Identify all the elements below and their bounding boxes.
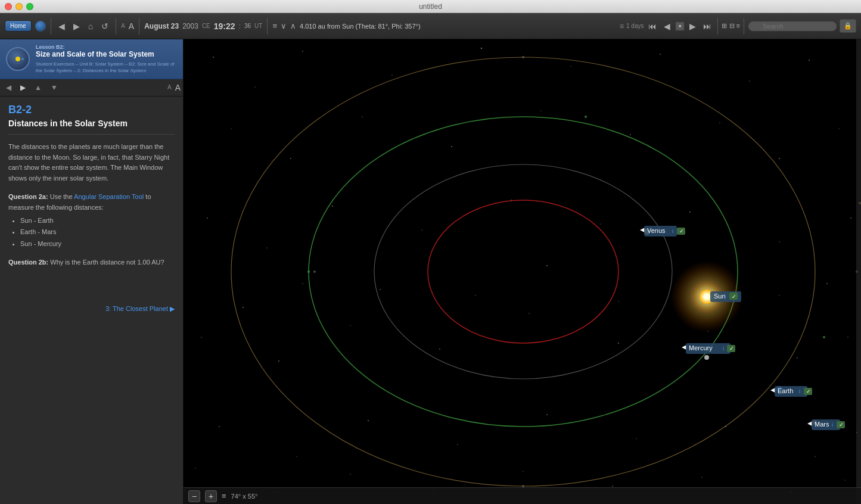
fov-display: 74° x 55° (231, 493, 258, 500)
svg-point-66 (826, 283, 827, 284)
separator-4 (267, 18, 268, 35)
svg-point-14 (231, 129, 232, 129)
home-button[interactable]: Home (5, 20, 32, 32)
play-forward-button[interactable]: ▶ (687, 20, 698, 32)
separator-6 (744, 18, 744, 35)
search-input[interactable] (748, 21, 837, 32)
svg-point-112 (585, 116, 587, 118)
svg-point-48 (815, 456, 815, 456)
svg-point-19 (630, 134, 630, 135)
bullet-sun-earth: Sun - Earth (20, 216, 175, 226)
play-stop-button[interactable]: ■ (675, 21, 685, 31)
year-display: 2003 (182, 22, 198, 30)
interval-label: 1 days (626, 23, 644, 29)
svg-point-63 (302, 283, 303, 284)
right-scrollbar[interactable] (856, 39, 861, 504)
solar-system-mini-icon (9, 50, 27, 68)
svg-text:✓: ✓ (806, 388, 811, 394)
font-size-large: A (129, 21, 134, 31)
svg-text:Mercury: Mercury (689, 344, 713, 351)
svg-text:i: i (723, 346, 724, 351)
minimize-button[interactable] (15, 3, 23, 10)
svg-text:Sun: Sun (714, 293, 726, 300)
svg-point-109 (313, 270, 316, 273)
svg-point-55 (612, 486, 613, 486)
svg-point-46 (636, 438, 637, 439)
svg-point-16 (362, 116, 362, 117)
lesson-subtitle: Lesson B2: (36, 44, 177, 50)
play-back-button[interactable]: ◀ (661, 20, 673, 32)
nav-down-btn[interactable]: ▼ (47, 82, 61, 94)
lesson-content[interactable]: B2-2 Distances in the Solar System The d… (0, 97, 183, 504)
angular-separation-link[interactable]: Angular Separation Tool (74, 193, 144, 200)
font-controls: A A (167, 82, 181, 94)
maximize-button[interactable] (26, 3, 33, 10)
svg-point-64 (243, 307, 244, 308)
nav-forward-button[interactable]: ▶ (71, 20, 82, 32)
question-2a-block: Question 2a: Use the Angular Separation … (8, 192, 175, 249)
svg-text:✓: ✓ (729, 346, 734, 351)
svg-point-18 (541, 111, 542, 111)
lesson-icon (6, 47, 30, 71)
space-view[interactable]: Sun i ✓ ◀ Mercury i ✓ ◀ Venus i ✓ (184, 39, 861, 504)
svg-point-40 (847, 337, 848, 337)
svg-point-7 (302, 51, 303, 51)
nav-prev-btn[interactable]: ◀ (2, 82, 15, 94)
solar-system-display: Sun i ✓ ◀ Mercury i ✓ ◀ Venus i ✓ (184, 39, 861, 504)
svg-text:Mars: Mars (815, 421, 829, 428)
zoom-in-button[interactable]: + (205, 490, 217, 502)
seconds-display: 36 (244, 23, 251, 29)
toolbar: Home ◀ ▶ ⌂ ↺ A A August 23 2003 CE 19:22… (0, 13, 861, 39)
lesson-breadcrumb: Student Exercises – Unit B: Solar System… (36, 61, 177, 74)
question-2b-text: Why is the Earth distance not 1.00 AU? (50, 259, 164, 266)
svg-point-17 (451, 146, 452, 147)
svg-point-30 (779, 241, 779, 242)
next-lesson-link[interactable]: 3: The Closest Planet ▶ (8, 300, 175, 318)
svg-point-61 (618, 301, 619, 302)
svg-text:i: i (725, 294, 726, 300)
nav-back-button[interactable]: ◀ (56, 20, 67, 32)
svg-point-60 (546, 265, 548, 266)
lesson-divider (8, 134, 175, 135)
panel-nav: ◀ ▶ ▲ ▼ A A (0, 79, 183, 97)
svg-point-24 (267, 248, 268, 248)
svg-point-5 (213, 57, 214, 58)
svg-point-22 (839, 129, 840, 129)
svg-rect-4 (184, 39, 861, 504)
position-display: 4.010 au from Sun (Theta: 81°, Phi: 357°… (300, 23, 421, 30)
svg-text:i: i (832, 422, 833, 428)
play-end-button[interactable]: ⏭ (701, 20, 714, 32)
colon: : (239, 22, 241, 30)
search-wrapper: 🔍 (748, 20, 837, 32)
svg-point-12 (749, 80, 750, 81)
lesson-main-title: Size and Scale of the Solar System (36, 50, 177, 60)
close-button[interactable] (5, 3, 12, 10)
separator-icon: ≡ (222, 491, 226, 500)
nav-up-btn[interactable]: ▲ (31, 82, 45, 94)
svg-point-41 (219, 426, 219, 427)
question-2b-label: Question 2b: (8, 259, 48, 266)
font-large-btn[interactable]: A (175, 83, 181, 92)
svg-point-108 (522, 56, 524, 58)
svg-point-13 (809, 60, 810, 61)
window-buttons (5, 3, 33, 10)
svg-point-3 (21, 58, 24, 60)
lock-button[interactable]: 🔒 (840, 19, 856, 33)
play-begin-button[interactable]: ⏮ (646, 20, 659, 32)
svg-point-43 (368, 420, 369, 421)
ut-label: UT (254, 23, 262, 29)
menu-icon: ≡ (620, 22, 624, 30)
svg-point-59 (475, 295, 475, 295)
svg-point-32 (201, 337, 201, 337)
zoom-out-button[interactable]: − (188, 490, 200, 502)
refresh-button[interactable]: ↺ (99, 20, 111, 32)
svg-text:Venus: Venus (647, 227, 666, 234)
separator-1 (51, 18, 51, 35)
separator-2 (116, 18, 116, 35)
caret-up-icon: ∧ (290, 21, 296, 30)
font-small-btn[interactable]: A (167, 84, 172, 91)
nav-next-btn[interactable]: ▶ (17, 82, 29, 94)
titlebar: untitled (0, 0, 861, 13)
svg-text:✓: ✓ (839, 422, 844, 428)
nav-home-button[interactable]: ⌂ (86, 20, 95, 32)
